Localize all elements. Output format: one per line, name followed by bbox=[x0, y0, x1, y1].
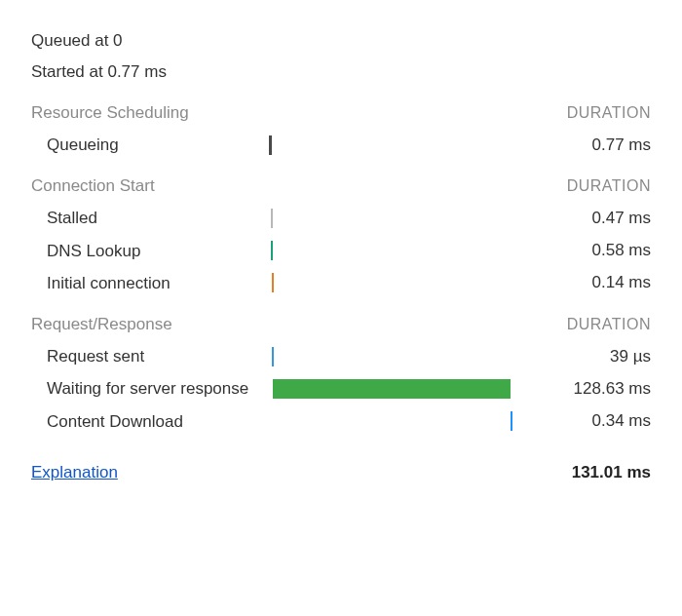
timing-row-label: Content Download bbox=[31, 411, 269, 432]
timing-bar bbox=[272, 347, 274, 366]
timing-footer: Explanation 131.01 ms bbox=[31, 463, 651, 482]
section-header: Connection StartDURATION bbox=[31, 176, 651, 196]
timing-row-value: 0.77 ms bbox=[592, 135, 651, 155]
timing-bar-container bbox=[269, 411, 512, 431]
timing-row: Content Download0.34 ms bbox=[31, 411, 651, 432]
timing-row-label: Queueing bbox=[31, 135, 269, 155]
queued-at: Queued at 0 bbox=[31, 31, 651, 51]
duration-column-header: DURATION bbox=[567, 177, 651, 195]
timing-row: Queueing0.77 ms bbox=[31, 135, 651, 155]
timing-bar-container bbox=[269, 241, 512, 260]
timing-row-label: Waiting for server response bbox=[31, 378, 269, 399]
timing-section: Resource SchedulingDURATIONQueueing0.77 … bbox=[31, 103, 651, 155]
timing-row-value: 0.47 ms bbox=[592, 209, 651, 228]
timing-row: Initial connection0.14 ms bbox=[31, 273, 651, 293]
started-at: Started at 0.77 ms bbox=[31, 62, 651, 82]
timing-bar bbox=[511, 411, 512, 431]
timing-row-value: 39 µs bbox=[610, 347, 651, 366]
timing-row-value: 0.58 ms bbox=[592, 241, 651, 260]
timing-bar-container bbox=[269, 135, 512, 155]
explanation-link[interactable]: Explanation bbox=[31, 463, 118, 482]
section-title: Connection Start bbox=[31, 176, 275, 196]
section-title: Resource Scheduling bbox=[31, 103, 275, 123]
total-time: 131.01 ms bbox=[572, 463, 651, 482]
timing-bar bbox=[269, 135, 272, 155]
timing-row-value: 0.14 ms bbox=[592, 273, 651, 292]
timing-row-label: DNS Lookup bbox=[31, 241, 269, 261]
timing-bar bbox=[271, 209, 273, 228]
timing-bar-container bbox=[269, 209, 512, 228]
timing-bar-container bbox=[269, 273, 512, 292]
timing-row-label: Request sent bbox=[31, 346, 269, 366]
timing-bar bbox=[271, 241, 273, 260]
timing-header: Queued at 0 Started at 0.77 ms bbox=[31, 31, 651, 82]
timing-bar bbox=[273, 379, 511, 399]
timing-row: Request sent39 µs bbox=[31, 346, 651, 366]
section-header: Resource SchedulingDURATION bbox=[31, 103, 651, 123]
timing-row: DNS Lookup0.58 ms bbox=[31, 241, 651, 261]
timing-row: Stalled0.47 ms bbox=[31, 208, 651, 228]
timing-bar-container bbox=[269, 347, 512, 366]
timing-row-value: 0.34 ms bbox=[592, 411, 651, 431]
timing-section: Connection StartDURATIONStalled0.47 msDN… bbox=[31, 176, 651, 293]
timing-row: Waiting for server response128.63 ms bbox=[31, 378, 651, 399]
timing-row-label: Stalled bbox=[31, 208, 269, 228]
section-title: Request/Response bbox=[31, 315, 275, 334]
timing-row-label: Initial connection bbox=[31, 273, 269, 293]
timing-row-value: 128.63 ms bbox=[574, 379, 651, 399]
timing-section: Request/ResponseDURATIONRequest sent39 µ… bbox=[31, 315, 651, 432]
timing-bar-container bbox=[269, 379, 512, 399]
duration-column-header: DURATION bbox=[567, 316, 651, 333]
duration-column-header: DURATION bbox=[567, 104, 651, 122]
timing-bar bbox=[272, 273, 274, 292]
section-header: Request/ResponseDURATION bbox=[31, 315, 651, 334]
